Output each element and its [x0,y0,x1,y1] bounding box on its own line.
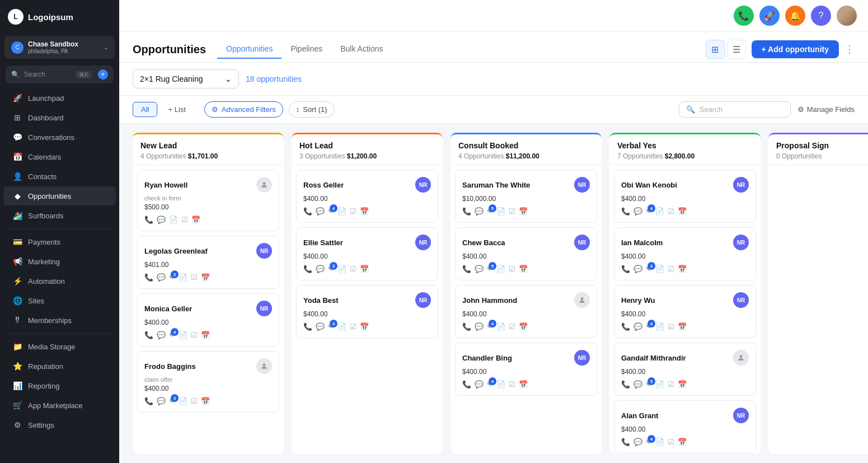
table-row[interactable]: Ellie Sattler NR $400.00 📞 💬 ❤3 📄 ☑ 📅 [296,227,438,280]
grid-view-icon[interactable]: ⊞ [706,40,725,59]
advanced-filters-button[interactable]: ⚙ Advanced Filters [204,101,283,118]
doc-action-icon[interactable]: 📄 [496,207,505,216]
sidebar-item-marketing[interactable]: 📢Marketing [3,252,116,271]
table-row[interactable]: Chew Bacca NR $400.00 📞 💬 ❤5 📄 ☑ 📅 [455,227,597,280]
doc-action-icon[interactable]: 📄 [655,265,664,273]
tab-list[interactable]: + List [159,102,194,117]
check-action-icon[interactable]: ☑ [191,397,198,405]
sidebar-item-app-marketplace[interactable]: 🛒App Marketplace [3,396,116,415]
doc-action-icon[interactable]: 📄 [496,265,505,273]
table-row[interactable]: Ryan Howell check in form $500.00 📞 💬 📄 … [137,170,279,231]
table-row[interactable]: Legolas Greenleaf NR $401.00 📞 💬 ❤3 📄 ☑ … [137,236,279,289]
check-action-icon[interactable]: ☑ [668,207,674,216]
avatar[interactable] [837,6,857,26]
phone-action-icon[interactable]: 📞 [462,265,471,273]
sidebar-item-calendars[interactable]: 📅Calendars [3,147,116,166]
phone-action-icon[interactable]: 📞 [303,265,312,273]
calendar-action-icon[interactable]: 📅 [678,265,687,273]
phone-action-icon[interactable]: 📞 [621,265,630,273]
check-action-icon[interactable]: ☑ [181,216,188,224]
tab-bulk-actions[interactable]: Bulk Actions [331,40,392,59]
phone-action-icon[interactable]: 📞 [303,207,312,216]
sidebar-account[interactable]: C Chase Sandbox philadelphia, PA ⌄ [4,36,115,59]
sidebar-item-memberships[interactable]: 🎖Memberships [3,311,116,330]
sidebar-item-sites[interactable]: 🌐Sites [3,291,116,310]
chat-action-icon[interactable]: 💬 [634,265,642,273]
sidebar-item-reporting[interactable]: 📊Reporting [3,376,116,395]
table-row[interactable]: Henry Wu NR $400.00 📞 💬 ❤4 📄 ☑ 📅 [614,285,756,338]
doc-action-icon[interactable]: 📄 [655,380,664,389]
list-view-icon[interactable]: ☰ [727,40,746,59]
chat-action-icon[interactable]: 💬 [634,438,642,446]
sidebar-item-payments[interactable]: 💳Payments [3,232,116,251]
sidebar-search[interactable]: 🔍 Search ⌘K + [6,66,114,83]
chat-action-icon[interactable]: 💬 [157,216,166,224]
chat-action-icon[interactable]: 💬 [634,380,642,389]
chat-action-icon[interactable]: 💬 [316,322,325,331]
tab-all[interactable]: All [133,102,157,117]
table-row[interactable]: Chandler Bing NR $400.00 📞 💬 ❤4 📄 ☑ 📅 [455,343,597,396]
chat-action-icon[interactable]: 💬 [316,207,325,216]
calendar-action-icon[interactable]: 📅 [519,207,528,216]
phone-action-icon[interactable]: 📞 [462,380,471,389]
doc-action-icon[interactable]: 📄 [179,273,187,282]
check-action-icon[interactable]: ☑ [191,273,198,282]
add-opportunity-button[interactable]: + Add opportunity [752,40,839,58]
calendar-action-icon[interactable]: 📅 [360,207,369,216]
sidebar-item-conversations[interactable]: 💬Conversations [3,128,116,147]
sidebar-add-icon[interactable]: + [98,69,108,79]
check-action-icon[interactable]: ☑ [350,265,356,273]
sidebar-item-automation[interactable]: ⚡Automation [3,272,116,291]
table-row[interactable]: Saruman The White NR $10,000.00 📞 💬 ❤5 📄… [455,170,597,223]
doc-action-icon[interactable]: 📄 [337,265,346,273]
phone-icon[interactable]: 📞 [734,6,754,26]
calendar-action-icon[interactable]: 📅 [201,331,210,339]
chat-action-icon[interactable]: 💬 [157,273,166,282]
chat-action-icon[interactable]: 💬 [634,207,642,216]
calendar-action-icon[interactable]: 📅 [360,322,369,331]
doc-action-icon[interactable]: 📄 [169,216,178,224]
more-options-icon[interactable]: ⋮ [844,43,855,55]
phone-action-icon[interactable]: 📞 [144,397,153,405]
calendar-action-icon[interactable]: 📅 [201,397,210,405]
doc-action-icon[interactable]: 📄 [655,438,664,446]
doc-action-icon[interactable]: 📄 [179,397,187,405]
manage-fields-button[interactable]: ⚙ Manage Fields [797,105,855,114]
check-action-icon[interactable]: ☑ [668,265,674,273]
table-row[interactable]: Ian Malcolm NR $400.00 📞 💬 ❤3 📄 ☑ 📅 [614,227,756,280]
sidebar-item-contacts[interactable]: 👤Contacts [3,167,116,186]
sidebar-item-surfboards[interactable]: 🏄Surfboards [3,206,116,225]
phone-action-icon[interactable]: 📞 [462,207,471,216]
phone-action-icon[interactable]: 📞 [462,322,471,331]
sidebar-item-launchpad[interactable]: 🚀Launchpad [3,88,116,107]
calendar-action-icon[interactable]: 📅 [519,322,528,331]
calendar-action-icon[interactable]: 📅 [678,380,687,389]
table-row[interactable]: Obi Wan Kenobi NR $400.00 📞 💬 ❤4 📄 ☑ 📅 [614,170,756,223]
chat-action-icon[interactable]: 💬 [475,265,484,273]
calendar-action-icon[interactable]: 📅 [678,322,687,331]
chat-action-icon[interactable]: 💬 [316,265,325,273]
phone-action-icon[interactable]: 📞 [621,207,630,216]
sidebar-item-opportunities[interactable]: ◆Opportunities [3,186,116,205]
phone-action-icon[interactable]: 📞 [621,322,630,331]
check-action-icon[interactable]: ☑ [668,322,674,331]
doc-action-icon[interactable]: 📄 [496,322,505,331]
check-action-icon[interactable]: ☑ [350,322,356,331]
doc-action-icon[interactable]: 📄 [179,331,187,339]
phone-action-icon[interactable]: 📞 [303,322,312,331]
doc-action-icon[interactable]: 📄 [655,207,664,216]
sort-button[interactable]: ↕ Sort (1) [289,101,335,118]
tab-pipelines[interactable]: Pipelines [281,40,331,59]
chat-action-icon[interactable]: 💬 [475,207,484,216]
chat-action-icon[interactable]: 💬 [157,331,166,339]
sidebar-item-dashboard[interactable]: ⊞Dashboard [3,108,116,127]
check-action-icon[interactable]: ☑ [509,265,515,273]
table-row[interactable]: Gandalf Mithrandir $400.00 📞 💬 ❤5 📄 ☑ 📅 [614,343,756,396]
table-row[interactable]: Monica Geller NR $400.00 📞 💬 ❤4 📄 ☑ 📅 [137,293,279,347]
megaphone-icon[interactable]: 🚀 [759,6,780,26]
doc-action-icon[interactable]: 📄 [655,322,664,331]
notification-icon[interactable]: 🔔 [785,6,805,26]
table-row[interactable]: Frodo Baggins claim offer $400.00 📞 💬 ❤3… [137,351,279,413]
calendar-action-icon[interactable]: 📅 [519,380,528,389]
table-row[interactable]: Ross Geller NR $400.00 📞 💬 ❤4 📄 ☑ 📅 [296,170,438,223]
